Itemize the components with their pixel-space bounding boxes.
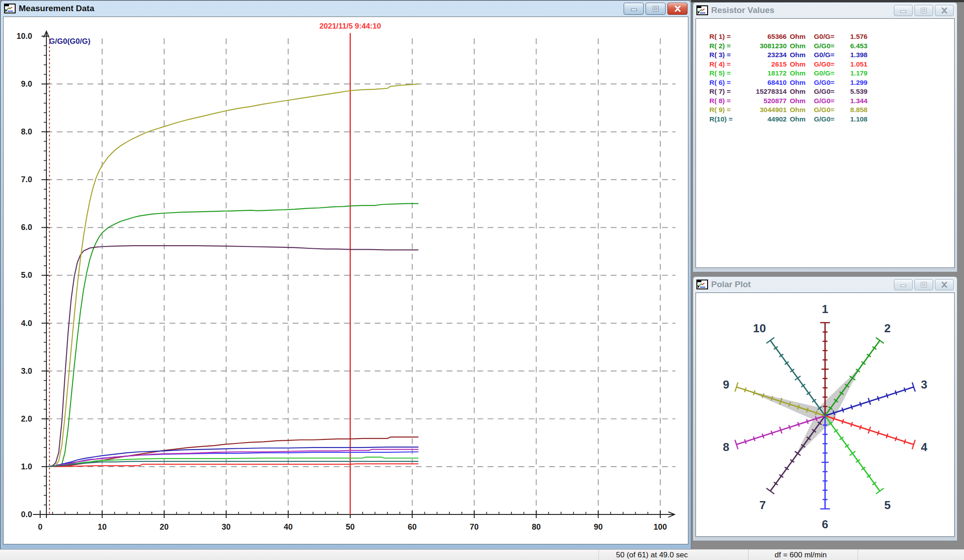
minimize-icon xyxy=(899,7,907,13)
close-button[interactable] xyxy=(667,3,687,15)
svg-text:90: 90 xyxy=(594,522,603,531)
svg-text:20: 20 xyxy=(160,522,169,531)
svg-text:10: 10 xyxy=(98,522,107,531)
resistor-cell-rg: G/G0= xyxy=(809,87,842,96)
resistor-cell-rg: G/G0= xyxy=(809,78,842,88)
status-panel-sample: 50 (of 61) at 49.0 sec xyxy=(599,550,748,560)
svg-text:2021/11/5 9:44:10: 2021/11/5 9:44:10 xyxy=(319,22,381,30)
resistor-titlebar[interactable]: Resistor Values xyxy=(693,3,957,18)
svg-text:50: 50 xyxy=(346,522,355,531)
resistor-values-window: Resistor Values R( 1) =65366OhmG0/G=1.57… xyxy=(693,2,957,272)
resistor-row-4: R( 4) =2615OhmG/G0=1.051 xyxy=(709,60,954,69)
svg-text:80: 80 xyxy=(532,522,541,531)
minimize-button[interactable] xyxy=(894,279,913,290)
svg-text:100: 100 xyxy=(654,522,667,531)
close-icon xyxy=(674,5,682,12)
minimize-button[interactable] xyxy=(624,3,644,15)
svg-text:8.0: 8.0 xyxy=(21,127,32,136)
resistor-cell-rr: 1.051 xyxy=(842,60,868,69)
measurement-data-window: Measurement Data 0.01.02.03.04.05.06.07.… xyxy=(0,0,691,549)
maximize-icon xyxy=(920,7,928,14)
svg-text:2.0: 2.0 xyxy=(21,414,32,423)
resistor-row-7: R( 7) =15278314OhmG/G0=5.539 xyxy=(709,87,954,96)
resistor-cell-rl: R( 7) = xyxy=(709,87,744,96)
resistor-cell-rv: 15278314 xyxy=(744,87,787,96)
svg-text:3.0: 3.0 xyxy=(21,367,32,376)
minimize-button[interactable] xyxy=(894,5,913,16)
resistor-cell-rg: G/G0= xyxy=(809,105,842,115)
resistor-cell-rg: G/G0= xyxy=(809,96,842,106)
measurement-chart-area[interactable]: 0.01.02.03.04.05.06.07.08.09.010.0010203… xyxy=(3,17,688,544)
measurement-titlebar[interactable]: Measurement Data xyxy=(1,1,691,16)
resistor-cell-rl: R( 2) = xyxy=(709,42,744,51)
resistor-cell-rv: 520877 xyxy=(744,96,787,106)
resistor-cell-rl: R( 3) = xyxy=(709,50,744,60)
app-icon xyxy=(696,5,708,15)
svg-text:8: 8 xyxy=(723,441,729,453)
resistor-cell-rr: 1.179 xyxy=(842,69,868,78)
resistor-cell-rl: R( 8) = xyxy=(709,96,744,106)
svg-text:5: 5 xyxy=(884,499,891,511)
svg-text:60: 60 xyxy=(408,522,417,531)
maximize-button[interactable] xyxy=(914,5,933,16)
resistor-cell-rv: 2615 xyxy=(744,60,787,69)
svg-text:0: 0 xyxy=(38,522,42,531)
resistor-row-8: R( 8) =520877OhmG/G0=1.344 xyxy=(709,96,954,106)
maximize-button[interactable] xyxy=(645,3,666,15)
line-chart: 0.01.02.03.04.05.06.07.08.09.010.0010203… xyxy=(4,17,688,544)
resistor-row-1: R( 1) =65366OhmG0/G=1.576 xyxy=(709,32,954,42)
resistor-row-2: R( 2) =3081230OhmG/G0=6.453 xyxy=(709,42,954,51)
svg-text:1: 1 xyxy=(822,303,828,315)
svg-text:7: 7 xyxy=(759,499,766,511)
resistor-cell-rv: 3081230 xyxy=(744,42,787,51)
close-button[interactable] xyxy=(935,279,954,290)
resistor-cell-rl: R( 1) = xyxy=(709,32,744,42)
maximize-icon xyxy=(920,281,928,288)
resistor-cell-rr: 1.398 xyxy=(842,50,868,60)
polar-plot-window: Polar Plot 12345678910 xyxy=(693,276,957,541)
svg-text:7.0: 7.0 xyxy=(21,175,32,184)
flow-rate-text: df = 600 ml/min xyxy=(775,551,827,560)
minimize-icon xyxy=(899,281,907,288)
resistor-cell-rv: 68410 xyxy=(744,78,787,88)
svg-text:10.0: 10.0 xyxy=(17,32,32,41)
resistor-row-6: R( 6) =68410OhmG/G0=1.299 xyxy=(709,78,954,88)
measurement-window-title: Measurement Data xyxy=(19,4,94,13)
resistor-cell-rl: R( 9) = xyxy=(709,105,744,115)
resistor-cell-rl: R( 4) = xyxy=(709,60,744,69)
polar-window-title: Polar Plot xyxy=(711,280,751,289)
svg-text:1.0: 1.0 xyxy=(21,462,32,471)
resistor-cell-rv: 3044901 xyxy=(744,105,787,115)
close-icon xyxy=(940,7,948,14)
resistor-row-3: R( 3) =23234OhmG0/G=1.398 xyxy=(709,50,954,60)
polar-titlebar[interactable]: Polar Plot xyxy=(693,277,957,292)
resistor-cell-rg: G0/G= xyxy=(809,32,842,42)
resistor-cell-rg: G/G0= xyxy=(809,115,842,124)
svg-text:10: 10 xyxy=(753,322,766,334)
resistor-cell-ru: Ohm xyxy=(787,105,809,115)
status-bar: 50 (of 61) at 49.0 sec df = 600 ml/min xyxy=(0,549,964,560)
svg-text:30: 30 xyxy=(222,522,231,531)
status-panel-empty xyxy=(0,550,599,560)
resistor-window-title: Resistor Values xyxy=(711,5,775,15)
resistor-row-10: R(10) =44902OhmG/G0=1.108 xyxy=(709,115,954,124)
resistor-row-9: R( 9) =3044901OhmG/G0=8.858 xyxy=(709,105,954,115)
svg-text:40: 40 xyxy=(284,522,293,531)
svg-text:6.0: 6.0 xyxy=(21,223,32,232)
resistor-row-5: R( 5) =18172OhmG0/G=1.179 xyxy=(709,69,954,78)
close-button[interactable] xyxy=(935,5,954,16)
svg-text:0.0: 0.0 xyxy=(21,510,32,519)
resistor-cell-rg: G/G0= xyxy=(809,42,842,51)
resistor-cell-rg: G/G0= xyxy=(809,60,842,69)
resistor-cell-ru: Ohm xyxy=(787,32,809,42)
resistor-cell-rv: 44902 xyxy=(744,115,787,124)
svg-text:9.0: 9.0 xyxy=(21,79,32,88)
maximize-icon xyxy=(652,5,660,12)
maximize-button[interactable] xyxy=(914,279,933,290)
app-icon xyxy=(696,280,708,289)
resistor-cell-rr: 5.539 xyxy=(842,87,868,96)
resistor-cell-ru: Ohm xyxy=(787,60,809,69)
svg-text:G/G0(G0/G): G/G0(G0/G) xyxy=(49,37,90,46)
resistor-cell-rr: 1.108 xyxy=(842,115,868,124)
resistor-cell-ru: Ohm xyxy=(787,115,809,124)
